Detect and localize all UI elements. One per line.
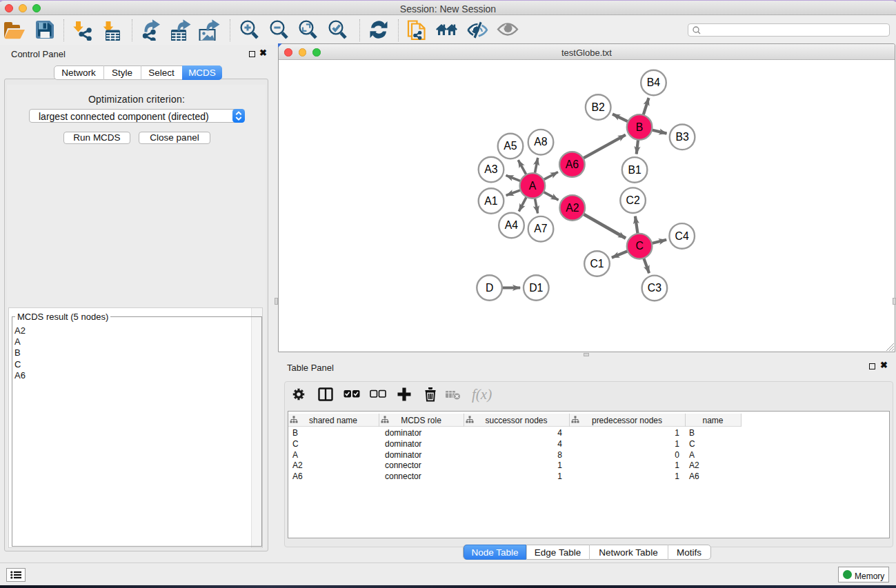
svg-text:C: C — [635, 240, 643, 252]
svg-text:B3: B3 — [675, 131, 689, 143]
svg-text:C1: C1 — [590, 258, 604, 270]
svg-text:B: B — [636, 121, 644, 133]
svg-text:A4: A4 — [505, 219, 519, 231]
svg-text:C2: C2 — [626, 194, 639, 206]
svg-text:A1: A1 — [484, 195, 498, 207]
svg-text:B4: B4 — [647, 77, 661, 88]
svg-text:A: A — [529, 180, 537, 192]
svg-text:C4: C4 — [675, 230, 689, 242]
svg-text:B1: B1 — [628, 164, 641, 176]
svg-text:B2: B2 — [592, 101, 605, 113]
svg-text:D: D — [486, 282, 493, 294]
svg-text:D1: D1 — [529, 282, 543, 294]
svg-text:A8: A8 — [534, 136, 548, 148]
svg-text:A6: A6 — [566, 159, 579, 170]
svg-text:A5: A5 — [504, 140, 517, 152]
svg-text:C3: C3 — [648, 282, 661, 294]
svg-text:A7: A7 — [534, 223, 547, 234]
svg-text:A2: A2 — [566, 202, 579, 214]
svg-text:A3: A3 — [484, 163, 498, 175]
